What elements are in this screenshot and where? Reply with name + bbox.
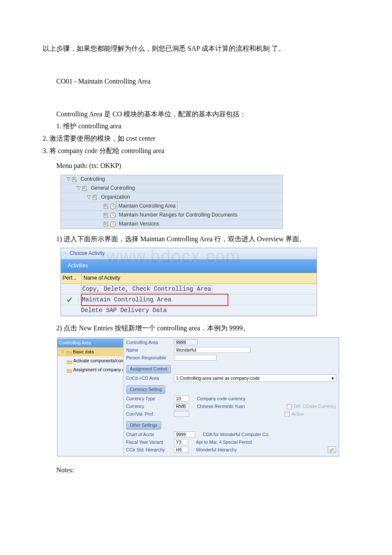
field-desc: Company code currency [197, 395, 245, 403]
execute-icon[interactable] [110, 221, 116, 228]
edit-button[interactable] [328, 446, 336, 453]
tree-row-general[interactable]: ▽ General Controlling [61, 184, 282, 193]
pencil-icon [330, 448, 334, 452]
group-title: Currency Setting [126, 385, 165, 394]
nav-label: Activate components/con [73, 357, 123, 365]
img-tree-screenshot: ▽ Controlling ▽ General Controlling ▽ Or… [61, 175, 283, 229]
execute-icon[interactable] [110, 212, 116, 219]
col-perf: Perf... [61, 273, 82, 284]
field-label: Currency Type [126, 395, 171, 403]
chart-of-accts-input[interactable]: 9999 [174, 431, 195, 437]
nav-node-activate[interactable]: Activate components/con [58, 356, 123, 365]
currency-input[interactable]: RMB [174, 403, 189, 409]
folder-icon [67, 367, 72, 372]
ca-list-1: 1. 维护 controlling area [43, 120, 349, 133]
field-person: Person Responsible [126, 354, 336, 361]
group-assignment-control: Assignment Control CoCd->CO Area 1 Contr… [126, 365, 336, 382]
tree-label: Controlling [78, 175, 105, 184]
tree-row-controlling[interactable]: ▽ Controlling [61, 175, 282, 184]
field-desc: COA for Wonderful Computer Co. [203, 431, 269, 439]
doc-icon [103, 203, 110, 209]
field-desc: Wonderful Hierarchy [196, 446, 237, 454]
field-label: Currency [126, 402, 171, 410]
folder-open-icon [66, 350, 72, 354]
field-label: Controlling Area [126, 338, 171, 347]
field-label: CoCd->CO Area [126, 374, 171, 382]
step1-text: 1) 进入下面所示界面，选择 Maintian Controlling Area… [43, 233, 349, 246]
doc-icon [103, 212, 110, 218]
tree-row-maintain-ca[interactable]: Maintain Controlling Area [61, 202, 282, 211]
controlling-area-input[interactable]: 9999 [174, 339, 198, 345]
cocd-select[interactable]: 1 Controlling area same as company code … [174, 374, 336, 382]
form-body: Controlling Area 9999 Name Wonderful Per… [124, 338, 339, 456]
field-desc: Apr to Mar, 4 Special Period [196, 438, 252, 446]
field-label: Name [126, 346, 171, 354]
currency-type-input[interactable]: 10 [174, 396, 189, 402]
tree-label: Maintain Versions [116, 220, 159, 229]
group-other-settings: Other Settings Chart of Accts 9999 COA f… [126, 421, 336, 454]
group-title: Assignment Control [126, 365, 171, 373]
tree-row-maintain-ver[interactable]: Maintain Versions [61, 220, 282, 228]
checkbox-label: Active [291, 411, 304, 416]
field-label: Curr/Val. Prof. [126, 410, 171, 418]
active-checkbox[interactable]: Active [285, 410, 304, 418]
field-label: Chart of Accts [126, 431, 171, 439]
document-page: 以上步骤，如果您都能理解为什么，则您已洞悉 SAP 成本计算的流程和机制 了。 … [0, 0, 392, 494]
checkmark-icon [66, 297, 72, 303]
tree-label: Organization [98, 193, 130, 202]
dropdown-icon: ▾ [331, 374, 334, 382]
field-label: CCtr Std. Hierarchy [126, 446, 171, 454]
field-label: Fiscal Year Variant [126, 438, 171, 446]
nav-header: Controlling Area [58, 338, 123, 347]
expand-triangle-icon[interactable]: ▽ [75, 184, 81, 193]
folder-icon [67, 358, 72, 363]
ca-list-3: 3. 将 company code 分配给 controlling area [43, 145, 349, 157]
tree-label: Maintain Controlling Area [116, 201, 178, 211]
activity-text: Copy, Delete, Check Controlling Area [81, 285, 212, 293]
field-label: Person Responsible [126, 354, 171, 362]
step2-text: 2) 点击 New Entries 按钮新增一个 controlling are… [43, 322, 349, 335]
dialog-subheader: Activities [61, 260, 317, 273]
expand-triangle-icon[interactable]: ▽ [86, 193, 92, 202]
hierarchy-input[interactable]: H9 [174, 447, 188, 453]
field-desc: Chinese Renminbi Yuan [197, 402, 245, 410]
group-currency-setting: Currency Setting Currency Type 10 Compan… [126, 385, 336, 418]
expand-triangle-icon[interactable]: ▽ [65, 175, 71, 184]
expand-triangle-icon[interactable]: ▽ [61, 348, 65, 355]
tree-row-maintain-nr[interactable]: Maintain Number Ranges for Controlling D… [61, 211, 282, 220]
activity-row-copy[interactable]: Copy, Delete, Check Controlling Area [61, 284, 317, 295]
currval-prof-input[interactable] [174, 411, 189, 417]
dialog-title-text: Choose Activity [69, 250, 104, 256]
menu-path: Menu path: (tx: OKKP) [43, 160, 349, 172]
ca-list-2: 2. 激活需要使用的模块，如 cost center [43, 133, 349, 145]
activity-row-delete[interactable]: Delete SAP Delivery Data [61, 305, 317, 316]
notes-label: Notes: [43, 464, 349, 477]
ca-description: Controlling Area 是 CO 模块的基本单位，配置的基本内容包括： [43, 108, 349, 121]
name-input[interactable]: Wonderful [174, 347, 251, 353]
nav-node-assignment[interactable]: Assignment of company c [58, 365, 123, 374]
doc-icon [81, 185, 88, 191]
col-name: Name of Activity [82, 273, 317, 284]
nav-label: Basic data [73, 348, 94, 356]
activity-text: Delete SAP Delivery Data [81, 307, 167, 314]
section-title: CO01 - Maintain Controlling Area [43, 75, 349, 88]
diff-ccode-checkbox[interactable]: Diff. CCode Currency [287, 402, 336, 410]
doc-icon [103, 221, 110, 227]
choose-activity-screenshot: ☞ Choose Activity Activities Perf... Nam… [61, 248, 317, 316]
form-nav-tree: Controlling Area ▽ Basic data Activate c… [58, 338, 124, 456]
nav-label: Assignment of company c [73, 366, 123, 374]
activity-row-maintain[interactable]: Maintain Controlling Area [61, 295, 317, 305]
field-name: Name Wonderful [126, 346, 336, 354]
doc-icon [71, 176, 78, 182]
doc-icon [92, 194, 98, 200]
checkbox-label: Diff. CCode Currency [294, 404, 336, 409]
nav-node-basic[interactable]: ▽ Basic data [58, 347, 123, 356]
person-input[interactable] [174, 355, 216, 361]
dialog-title: ☞ Choose Activity [61, 248, 317, 260]
tree-row-organization[interactable]: ▽ Organization [61, 193, 282, 202]
select-value: 1 Controlling area same as company code [176, 374, 260, 382]
intro-paragraph: 以上步骤，如果您都能理解为什么，则您已洞悉 SAP 成本计算的流程和机制 了。 [43, 43, 349, 55]
fiscal-year-variant-input[interactable]: Y3 [174, 439, 188, 445]
execute-icon[interactable] [110, 203, 116, 210]
group-title: Other Settings [126, 421, 161, 430]
